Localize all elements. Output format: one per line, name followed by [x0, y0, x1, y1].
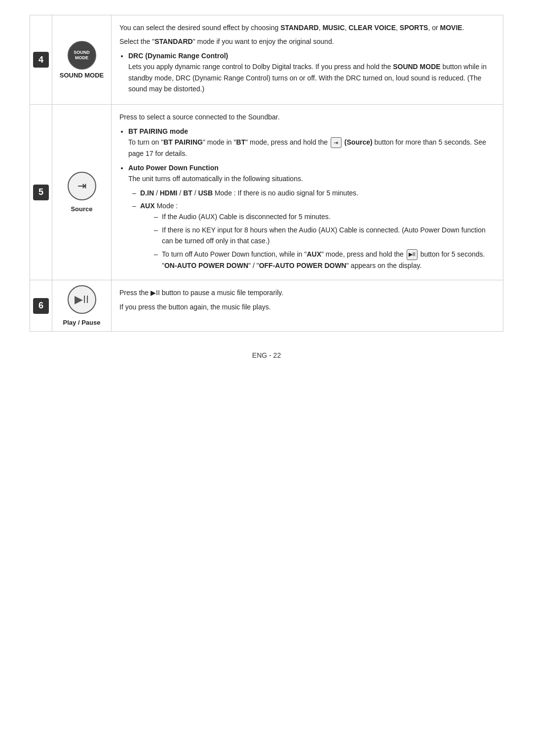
- sound-mode-cell: SOUND MODE SOUND MODE: [52, 15, 112, 105]
- table-row: 4 SOUND MODE SOUND MODE You can select t…: [30, 15, 503, 105]
- sound-mode-label: SOUND MODE: [56, 72, 107, 79]
- aux-sub-list: If the Audio (AUX) Cable is disconnected…: [140, 211, 495, 271]
- sound-mode-text1: You can select the desired sound effect …: [119, 22, 495, 33]
- number-badge-6: 6: [33, 298, 49, 314]
- source-inline-icon: ⇥: [331, 137, 342, 148]
- drc-item: DRC (Dynamic Range Control) Lets you app…: [128, 50, 495, 95]
- row-number-4: 4: [30, 15, 52, 105]
- aux-item1: If the Audio (AUX) Cable is disconnected…: [162, 211, 495, 222]
- page-content: 4 SOUND MODE SOUND MODE You can select t…: [30, 15, 503, 359]
- play-pause-icon-circle: ▶II: [68, 285, 96, 314]
- sound-mode-text2: Select the "STANDARD" mode if you want t…: [119, 36, 495, 47]
- play-pause-text1: Press the ▶II button to pause a music fi…: [119, 287, 495, 298]
- sound-mode-list: DRC (Dynamic Range Control) Lets you app…: [128, 50, 495, 95]
- source-text1: Press to select a source connected to th…: [119, 112, 495, 122]
- sound-mode-icon: SOUND MODE: [68, 41, 96, 70]
- auto-power-item: Auto Power Down Function The unit turns …: [128, 162, 495, 271]
- row-number-5: 5: [30, 105, 52, 280]
- play-pause-cell: ▶II Play / Pause: [52, 280, 112, 332]
- aux-item3: To turn off Auto Power Down function, wh…: [162, 249, 495, 271]
- source-list: BT PAIRING mode To turn on "BT PAIRING" …: [128, 126, 495, 271]
- play-pause-label: Play / Pause: [56, 319, 107, 326]
- play-pause-inline-icon: ▶II: [407, 249, 418, 260]
- aux-item2: If there is no KEY input for 8 hours whe…: [162, 225, 495, 247]
- number-badge-4: 4: [33, 52, 49, 68]
- source-icon: ⇥: [77, 180, 86, 192]
- play-pause-text2: If you press the button again, the music…: [119, 302, 495, 312]
- drc-desc: Lets you apply dynamic range control to …: [128, 61, 495, 94]
- source-label: Source: [56, 205, 107, 213]
- bt-pairing-desc: To turn on "BT PAIRING" mode in "BT" mod…: [128, 137, 495, 159]
- main-table: 4 SOUND MODE SOUND MODE You can select t…: [30, 15, 503, 332]
- din-hdmi-item: D.IN / HDMI / BT / USB Mode : If there i…: [140, 188, 495, 198]
- source-description: Press to select a source connected to th…: [112, 105, 503, 280]
- aux-mode-item: AUX Mode : If the Audio (AUX) Cable is d…: [140, 200, 495, 271]
- row-number-6: 6: [30, 280, 52, 332]
- source-cell: ⇥ Source: [52, 105, 112, 280]
- play-pause-description: Press the ▶II button to pause a music fi…: [112, 280, 503, 332]
- play-pause-icon: ▶II: [75, 293, 89, 306]
- table-row: 5 ⇥ Source Press to select a source conn…: [30, 105, 503, 280]
- bt-pairing-item: BT PAIRING mode To turn on "BT PAIRING" …: [128, 126, 495, 159]
- source-icon-circle: ⇥: [68, 172, 96, 200]
- auto-power-desc: The unit turns off automatically in the …: [128, 173, 495, 184]
- auto-power-list: D.IN / HDMI / BT / USB Mode : If there i…: [128, 188, 495, 271]
- table-row: 6 ▶II Play / Pause Press the ▶II button …: [30, 280, 503, 332]
- footer-text: ENG - 22: [252, 351, 281, 359]
- page-footer: ENG - 22: [30, 351, 503, 359]
- number-badge-5: 5: [33, 185, 49, 200]
- sound-mode-description: You can select the desired sound effect …: [112, 15, 503, 105]
